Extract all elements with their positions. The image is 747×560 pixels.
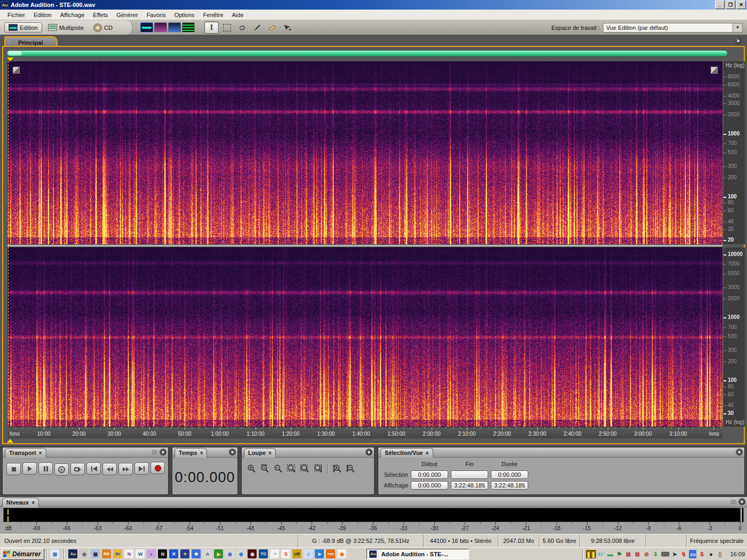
pause-button[interactable] [38,462,53,475]
mode-tab-multipiste[interactable]: Multipiste [44,23,88,32]
zoom-in-button[interactable] [245,463,258,474]
zoom-selection-right-button[interactable] [312,463,325,474]
close-tab-icon[interactable]: × [39,450,42,456]
update-tray-icon[interactable]: ⇩ [652,550,659,558]
menu-item-fichier[interactable]: Fichier [3,11,29,19]
time-field[interactable] [451,470,488,479]
acrobat-gray-icon[interactable]: A [203,549,212,558]
waveform-display-icon[interactable] [140,22,153,33]
pricetag-icon[interactable]: ❖ [192,549,201,558]
loupe-tab[interactable]: Loupe× [244,448,276,458]
corner-handle-icon-left[interactable] [13,67,20,74]
panel-menu-icon[interactable] [229,449,236,455]
netscape-icon[interactable]: N [158,549,167,558]
mode-tab-edition[interactable]: Edition [4,22,42,33]
pdf-icon[interactable]: PDF [326,549,335,558]
spectrogram-area[interactable] [7,61,722,427]
niveaux-tab[interactable]: Niveaux× [2,498,39,507]
panel-menu-icon[interactable] [160,449,166,455]
audition-quicklaunch-icon[interactable]: Au [68,549,77,558]
spot-healing-brush-tool-icon[interactable] [265,22,279,33]
record-button[interactable] [150,462,165,474]
network-offline-tray-icon-1[interactable]: ⊠ [625,550,632,558]
word-icon[interactable]: W [136,549,145,558]
planet-icon[interactable]: ◐ [147,549,156,558]
menu-item-effets[interactable]: Effets [89,11,112,19]
time-field[interactable]: 3:22:48.185 [451,481,488,490]
minimize-button[interactable]: _ [715,1,725,9]
level-meter[interactable] [3,508,744,522]
taskbar-clock[interactable]: 16:09 [727,551,747,557]
spectrogram-left-channel[interactable] [7,61,722,244]
media-tool-icon[interactable]: ▶ [214,549,223,558]
time-field[interactable]: 0:00.000 [411,481,448,490]
calculator-icon[interactable]: ▦ [91,549,100,558]
network-offline-tray-icon-2[interactable]: ⊠ [634,550,641,558]
chevron-down-icon[interactable]: ▼ [733,23,742,32]
time-selection-tool-icon[interactable]: I [204,21,219,34]
onenote-icon[interactable]: N [124,549,133,558]
mode-tab-cd[interactable]: CD [90,22,116,33]
fast-forward-button[interactable] [118,463,133,475]
close-tab-icon[interactable]: × [268,450,272,456]
spectral-frequency-display-icon[interactable] [154,22,167,33]
turbocad-icon[interactable]: TC [259,549,268,558]
close-tab-icon[interactable]: × [426,450,429,456]
volume-meter-tray-icon[interactable]: ❚❚ [586,550,595,558]
start-button[interactable]: Démarrer [1,548,44,560]
rewind-button[interactable] [102,463,117,475]
time-field[interactable]: 3:22:48.185 [491,481,528,490]
zoom-in-vertical-button[interactable] [331,463,344,474]
notes-tray-icon[interactable]: ▯ [716,550,724,558]
workspace-select[interactable]: Vue Edition (par défaut) ▼ [603,23,743,33]
corner-handle-icon-right[interactable] [711,67,718,74]
minimized-app-tray-icon[interactable]: ▬ [607,550,614,558]
stop-button[interactable] [6,463,21,475]
play-from-cursor-button[interactable] [54,463,69,476]
spectrogram-right-channel[interactable] [7,247,722,427]
scrub-tool-icon[interactable] [280,22,293,33]
panel-menu-icon[interactable] [736,449,743,455]
menu-item-aide[interactable]: Aide [228,11,248,19]
dial-icon[interactable]: ◔ [270,549,279,558]
menu-item-fentre[interactable]: Fenêtre [199,11,228,19]
playhead-top-marker[interactable] [7,58,13,61]
mouse-tray-icon[interactable]: ● [707,550,714,558]
display-tray-icon[interactable]: ▭ [689,550,696,558]
ultraedit-icon[interactable]: UE [292,549,301,558]
power-tray-icon[interactable]: ↯ [680,550,687,558]
task-button-audition[interactable]: Au Adobe Audition - STE-... [367,549,469,559]
spectral-phase-display-icon[interactable] [182,22,195,33]
recordnow-icon[interactable]: RX [102,549,111,558]
bridge-icon[interactable]: Br [113,549,122,558]
globe-icon-1[interactable]: ◍ [225,549,234,558]
play-button[interactable] [22,462,37,475]
transport-tab[interactable]: Transport× [5,448,46,458]
player-icon[interactable]: ◉ [80,549,89,558]
close-tab-icon[interactable]: × [31,500,35,506]
starburst-icon[interactable]: ✦ [180,549,189,558]
blocked-connection-tray-icon[interactable]: ⊘ [643,550,650,558]
pointer-tray-icon[interactable]: ➤ [671,550,678,558]
menu-item-options[interactable]: Options [170,11,199,19]
close-button[interactable]: ✕ [736,1,746,9]
xnview-icon[interactable]: ✕ [169,549,178,558]
horizontal-scrollbar[interactable] [6,50,728,57]
show-desktop-icon[interactable]: ▤ [50,549,59,558]
menu-item-affichage[interactable]: Affichage [56,11,89,19]
selection-vue-tab[interactable]: Sélection/Vue× [380,448,433,458]
marquee-selection-tool-icon[interactable] [220,22,234,33]
effects-paintbrush-tool-icon[interactable] [250,22,264,33]
globe-icon-2[interactable]: ◍ [236,549,245,558]
zoom-selection-left-button[interactable] [298,463,312,474]
time-field[interactable]: 0:00.000 [491,470,528,479]
time-field[interactable]: 0:00.000 [411,470,448,479]
zoom-out-vertical-button[interactable] [344,463,357,474]
sbp-icon[interactable]: S [281,549,290,558]
currency-tray-icon[interactable]: $ [698,550,705,558]
panel-menu-icon[interactable] [738,498,745,505]
messenger-icon[interactable]: ☺ [304,549,313,558]
spectral-pan-display-icon[interactable] [168,22,181,33]
zoom-out-full-button[interactable] [258,463,272,474]
lasso-selection-tool-icon[interactable] [235,22,249,33]
